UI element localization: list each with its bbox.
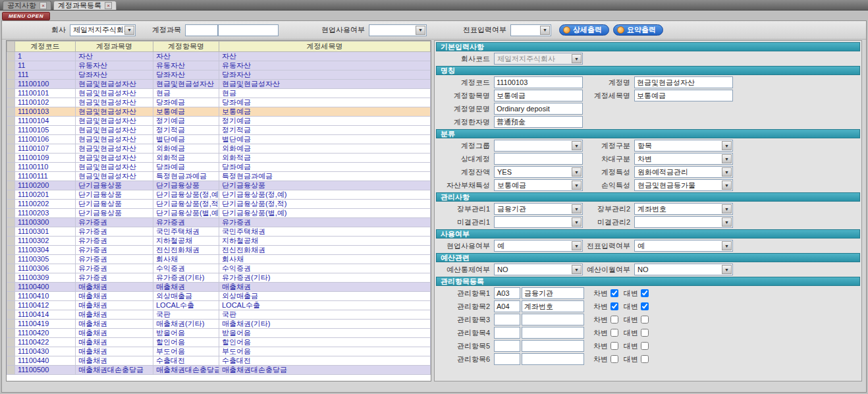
table-row[interactable]: 11100309유가증권유가증권(기타)유가증권(기타)	[7, 273, 431, 283]
asset-trait-select[interactable]: 보통예금 ▼	[494, 179, 583, 191]
mgmt-item-name-input[interactable]	[522, 340, 584, 352]
table-row[interactable]: 11100105현금및현금성자산정기적금정기적금	[7, 126, 431, 135]
company-select[interactable]: 제일저지주식회사 ▼	[70, 24, 136, 36]
mgmt-item-code-input[interactable]	[494, 353, 520, 365]
dc-gubun-select[interactable]: 차변 ▼	[634, 153, 733, 165]
eng-name-input[interactable]	[494, 103, 583, 115]
budget-ctrl-select[interactable]: NO ▼	[494, 264, 583, 275]
table-row[interactable]: 11100201단기금융상품단기금융상품(정,예)단기금융상품(정,예)	[7, 190, 431, 200]
mgmt-item-name-input[interactable]	[522, 300, 584, 312]
tab-account-register[interactable]: 계정과목등록 ×	[53, 1, 117, 10]
ledger1-select[interactable]: 금융기관 ▼	[494, 203, 583, 215]
table-row[interactable]: 11100100현금및현금성자산현금및현금성자산현금및현금성자산	[7, 80, 431, 89]
credit-checkbox[interactable]	[641, 316, 649, 324]
mgmt-item-code-input[interactable]	[494, 327, 520, 339]
pending1-select[interactable]: ▼	[494, 216, 583, 228]
column-header[interactable]: 계정코드	[15, 42, 76, 52]
mgmt-item-name-input[interactable]	[522, 327, 584, 339]
table-row[interactable]: 11100106현금및현금성자산별단예금별단예금	[7, 135, 431, 144]
ledger2-select[interactable]: 계좌번호 ▼	[634, 203, 733, 215]
table-row[interactable]: 11100302유가증권지하철공채지하철공채	[7, 237, 431, 246]
table-row[interactable]: 11100109현금및현금성자산외화적금외화적금	[7, 154, 431, 163]
pl-trait-select[interactable]: 현금및현금등가물 ▼	[634, 179, 733, 191]
table-row[interactable]: 11100410매출채권외상매출금외상매출금	[7, 292, 431, 301]
table-row[interactable]: 11100103현금및현금성자산보통예금보통예금	[7, 107, 431, 117]
tab-notice[interactable]: 공지사항 ×	[3, 1, 51, 10]
credit-checkbox[interactable]	[641, 355, 649, 363]
debit-checkbox[interactable]	[610, 355, 618, 363]
table-row[interactable]: 11100202단기금융상품단기금융상품(정,적)단기금융상품(정,적)	[7, 200, 431, 209]
mgmt-item-code-input[interactable]	[494, 314, 520, 325]
budget-carry-select[interactable]: NO ▼	[634, 264, 733, 275]
summary-print-button[interactable]: 요약출력	[613, 24, 663, 36]
credit-checkbox[interactable]	[641, 329, 649, 337]
table-row[interactable]: 11100440매출채권수출대전수출대전	[7, 356, 431, 366]
debit-checkbox[interactable]	[610, 289, 618, 297]
table-row[interactable]: 11100400매출채권매출채권매출채권	[7, 283, 431, 292]
acct-trait-select[interactable]: 원화예적금관리 ▼	[634, 166, 733, 178]
acct-gubun-select[interactable]: 항목 ▼	[634, 140, 733, 152]
credit-checkbox[interactable]	[641, 302, 649, 310]
table-row[interactable]: 11100306유가증권수익증권수익증권	[7, 264, 431, 273]
mgmt-item-code-input[interactable]	[494, 340, 520, 352]
menu-open-button[interactable]: MENU OPEN	[2, 12, 50, 20]
field-use-detail-select[interactable]: 예 ▼	[494, 240, 583, 252]
table-row[interactable]: 11100111현금및현금성자산특정현금과예금특정현금과예금	[7, 172, 431, 181]
table-row[interactable]: 11100430매출채권부도어음부도어음	[7, 347, 431, 356]
debit-checkbox[interactable]	[610, 316, 618, 324]
table-row[interactable]: 11100110현금및현금성자산당좌예금당좌예금	[7, 163, 431, 172]
table-row[interactable]: 11100200단기금융상품단기금융상품단기금융상품	[7, 181, 431, 190]
table-row[interactable]: 11100300유가증권유가증권유가증권	[7, 218, 431, 227]
tab-close-icon[interactable]: ×	[40, 2, 47, 9]
mgmt-item-name-input[interactable]	[522, 353, 584, 365]
voucher-use-select[interactable]: 예 ▼	[634, 240, 733, 252]
table-row[interactable]: 11100305유가증권회사채회사채	[7, 255, 431, 264]
table-row[interactable]: 11100301유가증권국민주택채권국민주택채권	[7, 227, 431, 237]
credit-checkbox[interactable]	[641, 289, 649, 297]
table-row[interactable]: 11100203단기금융상품단기금융상품(별,예)단기금융상품(별,예)	[7, 209, 431, 218]
account-name-input[interactable]	[218, 24, 279, 36]
table-row[interactable]: 11100102현금및현금성자산당좌예금당좌예금	[7, 98, 431, 107]
table-row[interactable]: 11100107현금및현금성자산외화예금외화예금	[7, 144, 431, 154]
table-row[interactable]: 11100419매출채권매출채권(기타)매출채권(기타)	[7, 320, 431, 329]
mgmt-item-code-input[interactable]	[494, 287, 520, 299]
item-name-input[interactable]	[494, 90, 583, 101]
table-row[interactable]: 11100414매출채권국판국판	[7, 310, 431, 320]
account-code-input[interactable]	[185, 24, 218, 36]
mgmt-item-code-input[interactable]	[494, 300, 520, 312]
detail-name-input[interactable]	[634, 90, 733, 101]
table-row[interactable]: 11100101현금및현금성자산현금현금	[7, 89, 431, 98]
mgmt-item-name-input[interactable]	[522, 287, 584, 299]
mgmt-item-name-input[interactable]	[522, 314, 584, 325]
debit-checkbox[interactable]	[610, 329, 618, 337]
column-header[interactable]: 계정세목명	[219, 42, 431, 52]
table-cell: 단기금융상품(정,예)	[153, 190, 219, 200]
pending2-select[interactable]: ▼	[634, 216, 733, 228]
table-row[interactable]: 11100500매출채권대손충당금매출채권대손충당금매출채권대손충당금	[7, 366, 431, 375]
voucher-select[interactable]: ▼	[510, 24, 551, 36]
table-row[interactable]: 111당좌자산당좌자산당좌자산	[7, 70, 431, 80]
table-row[interactable]: 11100412매출채권LOCAL수출LOCAL수출	[7, 301, 431, 310]
table-row[interactable]: 1자산자산자산	[7, 52, 431, 61]
credit-checkbox[interactable]	[641, 342, 649, 350]
row-indicator	[7, 320, 15, 329]
field-use-select[interactable]: ▼	[369, 24, 427, 36]
column-header[interactable]: 계정항목명	[153, 42, 219, 52]
table-row[interactable]: 11100104현금및현금성자산정기예금정기예금	[7, 117, 431, 126]
acct-name-input[interactable]	[634, 76, 733, 88]
table-row[interactable]: 11100304유가증권전신전화채권전신전화채권	[7, 246, 431, 255]
acct-code-input[interactable]	[494, 76, 583, 88]
contra-acct-input[interactable]	[494, 153, 583, 165]
detail-print-button[interactable]: 상세출력	[559, 24, 609, 36]
column-header[interactable]: 계정과목명	[76, 42, 153, 52]
table-row[interactable]: 11100422매출채권할인어음할인어음	[7, 338, 431, 347]
table-row[interactable]: 11100420매출채권받을어음받을어음	[7, 329, 431, 338]
table-cell: 유가증권(기타)	[219, 273, 431, 283]
acct-group-select[interactable]: ▼	[494, 140, 583, 152]
acct-balance-select[interactable]: YES ▼	[494, 166, 583, 178]
tab-close-icon[interactable]: ×	[105, 2, 112, 9]
table-row[interactable]: 11유동자산유동자산유동자산	[7, 61, 431, 70]
hanja-name-input[interactable]	[494, 116, 583, 128]
debit-checkbox[interactable]	[610, 302, 618, 310]
debit-checkbox[interactable]	[610, 342, 618, 350]
